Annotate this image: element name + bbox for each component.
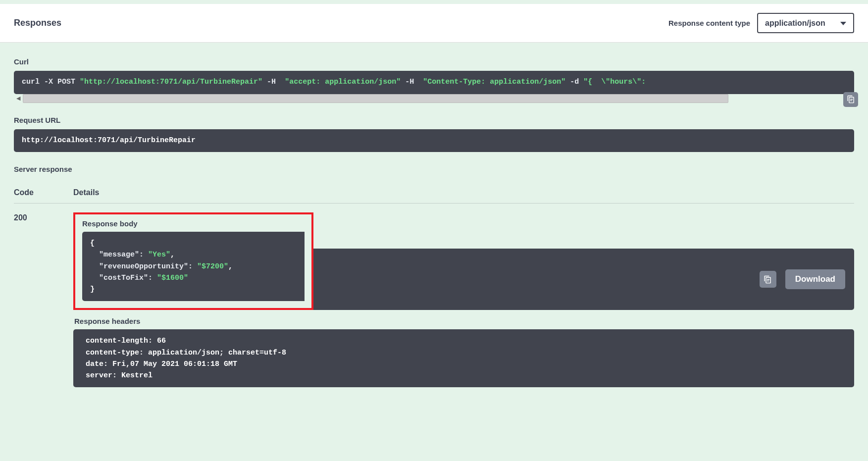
json-val-cost: "$1600" [157, 274, 188, 282]
content-type-label: Response content type [668, 19, 750, 27]
json-brace-open: { [90, 239, 95, 248]
curl-body-open: "{ [583, 78, 601, 86]
curl-flag-x: -X [40, 78, 57, 86]
download-button[interactable]: Download [785, 269, 845, 289]
json-brace-close: } [90, 285, 95, 294]
curl-label: Curl [14, 57, 854, 66]
curl-ctype: "Content-Type: application/json" [423, 78, 565, 86]
curl-flag-h1: -H [262, 78, 285, 86]
json-key-cost: "costToFix" [90, 274, 148, 282]
curl-flag-d: -d [565, 78, 583, 86]
curl-h-scrollbar[interactable]: ◀ [14, 94, 854, 103]
content-type-select-wrap: application/json [757, 13, 854, 33]
response-headers-text: content-length: 66 content-type: applica… [81, 337, 291, 380]
response-row: 200 Response body { "message": "Yes", "r… [14, 212, 854, 387]
content-type-select[interactable]: application/json [757, 13, 854, 33]
response-headers-block[interactable]: content-length: 66 content-type: applica… [73, 329, 854, 387]
json-key-message: "message" [90, 251, 139, 259]
request-url-value: http://localhost:7071/api/TurbineRepair [22, 136, 196, 145]
curl-body-key: \"hours\": [601, 78, 646, 86]
col-code-header: Code [14, 188, 73, 197]
response-body-block-inner[interactable]: { "message": "Yes", "revenueOpportunity"… [82, 232, 305, 301]
responses-header-bar: Responses Response content type applicat… [0, 4, 868, 43]
curl-code-block[interactable]: curl -X POST "http://localhost:7071/api/… [14, 71, 854, 94]
response-body-copy-button[interactable] [760, 271, 776, 288]
response-code-value: 200 [14, 212, 73, 222]
content-type-row: Response content type application/json [668, 13, 854, 33]
server-response-label: Server response [14, 165, 854, 173]
json-val-revenue: "$7200" [197, 262, 228, 271]
responses-title: Responses [14, 18, 61, 28]
clipboard-icon [847, 95, 855, 103]
response-headers-label: Response headers [74, 317, 854, 325]
json-val-message: "Yes" [148, 251, 170, 259]
curl-flag-h2: -H [401, 78, 423, 86]
curl-cmd: curl [22, 78, 40, 86]
col-details-header: Details [73, 188, 854, 197]
curl-url: "http://localhost:7071/api/TurbineRepair… [80, 78, 262, 86]
request-url-block[interactable]: http://localhost:7071/api/TurbineRepair [14, 129, 854, 153]
curl-wrap: curl -X POST "http://localhost:7071/api/… [14, 71, 854, 103]
curl-copy-button[interactable] [843, 92, 858, 107]
scroll-track[interactable] [23, 94, 728, 103]
request-url-label: Request URL [14, 116, 854, 124]
json-key-revenue: "revenueOpportunity" [90, 262, 188, 271]
response-body-label: Response body [75, 214, 311, 232]
response-body-highlight: Response body { "message": "Yes", "reven… [73, 212, 313, 310]
response-table-head: Code Details [14, 188, 854, 204]
curl-method: POST [57, 78, 80, 86]
scroll-left-arrow-icon[interactable]: ◀ [14, 94, 23, 103]
curl-accept: "accept: application/json" [285, 78, 401, 86]
response-details: Response body { "message": "Yes", "reven… [73, 212, 854, 387]
clipboard-icon [764, 275, 772, 284]
